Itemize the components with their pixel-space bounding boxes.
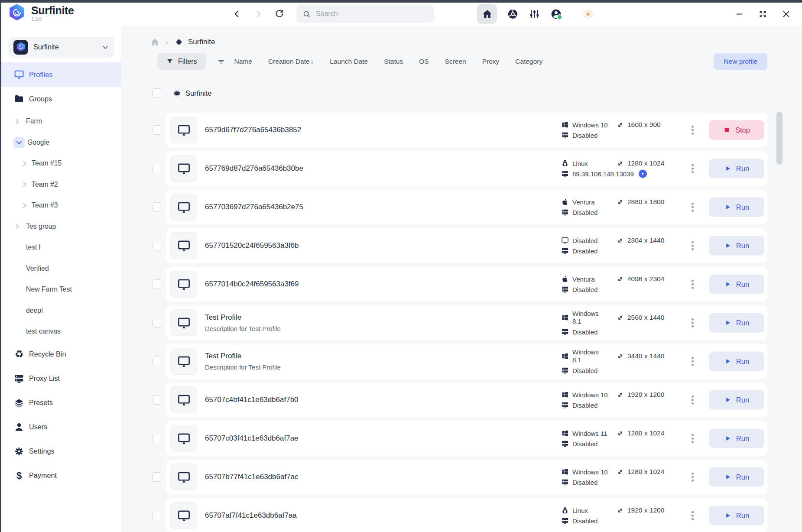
run-button[interactable]: Run	[709, 236, 764, 256]
preferences-sliders-icon[interactable]	[529, 8, 540, 20]
row-checkbox[interactable]	[153, 202, 162, 212]
sidebar-item-payment[interactable]: $ Payment	[1, 464, 121, 488]
home-button[interactable]	[477, 4, 497, 24]
resolution-resize-icon	[617, 198, 624, 206]
profile-row: 657701520c24f659563a3f6b Disabled Disabl…	[153, 228, 767, 263]
profile-name: Test Profile	[205, 352, 281, 360]
row-checkbox[interactable]	[153, 241, 162, 250]
sidebar-item-verified[interactable]: Verified	[1, 258, 121, 279]
profile-monitor-icon	[170, 117, 197, 143]
row-checkbox[interactable]	[153, 395, 162, 405]
row-checkbox[interactable]	[153, 511, 162, 520]
sidebar-item-team-2[interactable]: Team #2	[1, 174, 121, 195]
run-button[interactable]: Run	[709, 159, 764, 178]
sidebar-item-google[interactable]: Google	[1, 132, 121, 153]
apple-icon	[561, 198, 569, 206]
sidebar-item-users[interactable]: Users	[1, 415, 121, 439]
scrollbar-thumb[interactable]	[776, 112, 783, 165]
run-button[interactable]: Run	[709, 198, 764, 217]
breadcrumb-chevron-icon	[164, 39, 170, 45]
sort-option-name[interactable]: Name	[234, 58, 252, 65]
group-checkbox[interactable]	[153, 88, 162, 98]
run-button[interactable]: Run	[709, 506, 764, 526]
forward-button[interactable]	[253, 9, 263, 19]
sort-option-os[interactable]: OS	[419, 58, 429, 65]
sort-option-proxy[interactable]: Proxy	[482, 58, 500, 65]
minimize-button[interactable]	[735, 10, 744, 19]
proxy-server-icon	[561, 285, 569, 293]
profile-name: 65707b77f41c1e63db6af7ac	[205, 473, 299, 481]
row-checkbox[interactable]	[153, 318, 162, 328]
row-menu-button[interactable]	[688, 238, 697, 253]
maximize-button[interactable]	[758, 10, 767, 19]
sidebar-item-recycle-bin[interactable]: ♻ Recycle Bin	[1, 342, 121, 367]
sidebar-item-new-farm-test[interactable]: New Farm Test	[1, 279, 121, 300]
browser-icon[interactable]	[507, 8, 519, 20]
stop-button[interactable]: Stop	[709, 120, 764, 140]
row-checkbox[interactable]	[153, 357, 162, 366]
breadcrumb-group-label[interactable]: Surfinite	[188, 38, 215, 46]
profile-card: 65707b77f41c1e63db6af7ac Windows 10 Disa…	[166, 460, 767, 494]
row-menu-button[interactable]	[688, 200, 697, 215]
play-icon	[724, 204, 731, 211]
filters-button[interactable]: Filters	[157, 53, 206, 70]
chevron-right-icon	[21, 202, 28, 209]
refresh-button[interactable]	[275, 9, 284, 19]
workspace-logo-icon	[13, 40, 28, 55]
sort-option-screen[interactable]: Screen	[445, 58, 466, 65]
run-button[interactable]: Run	[709, 313, 764, 333]
new-profile-button[interactable]: New profile	[714, 53, 767, 70]
row-menu-button[interactable]	[688, 431, 697, 446]
run-button[interactable]: Run	[709, 352, 764, 371]
account-icon[interactable]	[550, 8, 562, 20]
row-menu-button[interactable]	[688, 354, 697, 369]
row-checkbox[interactable]	[153, 472, 162, 482]
row-menu-button[interactable]	[688, 508, 697, 523]
sidebar-item-deepl[interactable]: deepl	[1, 300, 121, 321]
run-button[interactable]: Run	[709, 275, 764, 294]
resolution-label: 1600 x 900	[627, 121, 661, 129]
sidebar-item-tes-group[interactable]: Tes group	[1, 216, 121, 237]
os-label: Linux	[572, 159, 588, 167]
search-input[interactable]	[315, 10, 428, 18]
sidebar-item-test-canvas[interactable]: test canvas	[1, 321, 121, 342]
row-menu-button[interactable]	[688, 161, 697, 176]
sidebar-item-proxy-list[interactable]: Proxy List	[1, 367, 121, 391]
sort-option-creation-date[interactable]: Creation Date↓	[268, 58, 314, 65]
row-checkbox[interactable]	[153, 279, 162, 289]
sidebar-item-farm[interactable]: Farm	[1, 111, 121, 132]
chevron-right-icon	[13, 223, 21, 230]
sidebar-item-groups[interactable]: Groups	[1, 87, 121, 111]
chevron-right-icon	[21, 181, 28, 188]
run-button[interactable]: Run	[709, 467, 764, 487]
sidebar-item-profiles[interactable]: Profiles	[1, 62, 121, 87]
back-button[interactable]	[232, 9, 242, 19]
row-menu-button[interactable]	[688, 393, 697, 408]
sidebar-item-settings[interactable]: Settings	[1, 439, 121, 464]
run-button[interactable]: Run	[709, 390, 764, 410]
sidebar-item-presets[interactable]: Presets	[1, 391, 121, 415]
row-checkbox[interactable]	[153, 164, 162, 173]
row-menu-button[interactable]	[688, 470, 697, 485]
resolution-label: 1920 x 1200	[627, 506, 664, 514]
sort-option-launch-date[interactable]: Launch Date	[330, 58, 368, 65]
theme-sun-icon[interactable]	[582, 8, 594, 20]
sort-option-status[interactable]: Status	[384, 58, 403, 65]
sidebar-item-test-l[interactable]: test l	[1, 237, 121, 258]
server-icon	[14, 373, 24, 384]
close-button[interactable]	[782, 10, 791, 19]
row-checkbox[interactable]	[153, 125, 162, 135]
sidebar-item-team-15[interactable]: Team #15	[1, 153, 121, 174]
row-menu-button[interactable]	[688, 315, 697, 331]
row-checkbox[interactable]	[153, 434, 162, 443]
run-button[interactable]: Run	[709, 429, 764, 448]
row-menu-button[interactable]	[688, 277, 697, 292]
os-label: Windows 10	[572, 121, 608, 129]
sidebar-item-team-3[interactable]: Team #3	[1, 195, 121, 216]
sort-direction-icon[interactable]	[218, 58, 225, 65]
sort-option-category[interactable]: Category	[515, 58, 542, 65]
breadcrumb-home-icon[interactable]	[150, 38, 159, 47]
workspace-selector[interactable]: Surfinite	[8, 37, 114, 58]
proxy-label: Disabled	[572, 367, 597, 374]
row-menu-button[interactable]	[688, 123, 697, 138]
